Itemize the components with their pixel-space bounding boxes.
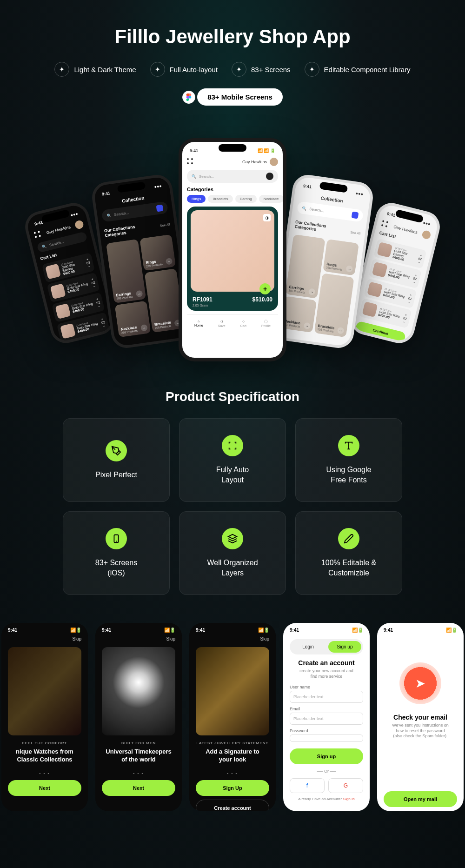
menu-icon[interactable] [33, 230, 42, 239]
qty-plus[interactable]: + [419, 253, 422, 257]
gallery-phone: 9:41📶🔋➤Check your emailWe've sent you in… [377, 623, 464, 811]
diamond-icon: ✦ [150, 62, 165, 77]
edit-icon [338, 528, 359, 549]
collection-card[interactable]: Rings266 Products→ [323, 239, 359, 276]
phones-stage: 9:41●●● Guy Hawkins 🔍 Search... Cart Lis… [0, 134, 465, 366]
kicker: FEEL THE COMFORT [1, 741, 88, 745]
qty-plus[interactable]: + [405, 313, 407, 316]
headline: nique Watches from Classic Collections [1, 745, 88, 767]
collection-card[interactable]: Rings266 Products→ [140, 234, 176, 271]
collection-card[interactable]: Earrings205 Products→ [106, 239, 146, 303]
spec-label: Using GoogleFree Fonts [326, 465, 372, 486]
spec-label: Pixel Perfect [95, 470, 137, 480]
avatar[interactable] [74, 220, 85, 230]
headline: Universal Timekeepers of the world [95, 745, 182, 767]
avatar[interactable] [270, 158, 278, 166]
tab-rings[interactable]: Rings [187, 195, 206, 203]
text-input[interactable]: Placeholder text [290, 713, 363, 725]
cart-thumb [377, 242, 392, 258]
svg-marker-3 [228, 534, 237, 538]
spec-card: Pixel Perfect [63, 418, 170, 502]
next-button[interactable]: Next [102, 780, 175, 796]
signup-button[interactable]: Sign up [290, 748, 363, 764]
nav-profile[interactable]: ◯Profile [261, 320, 271, 327]
qty-plus[interactable]: + [86, 257, 89, 261]
spec-label: Fully AutoLayout [216, 465, 249, 486]
qty-minus[interactable]: − [88, 265, 91, 268]
status-bar: 9:41📶🔋 [377, 623, 464, 634]
avatar[interactable] [421, 230, 432, 240]
qty-minus[interactable]: − [93, 284, 96, 288]
skip-button[interactable]: Skip [95, 634, 182, 643]
headline: Add a Signature to your look [189, 745, 276, 767]
qty-plus[interactable]: + [96, 297, 99, 300]
kicker: LATEST JUWELLERY STATEMENT [189, 741, 276, 745]
bookmark-icon: ◑ [220, 320, 223, 323]
qty-minus[interactable]: − [418, 260, 420, 264]
collection-card[interactable]: Necklace266 Products→ [115, 300, 151, 337]
qty-plus[interactable]: + [91, 277, 94, 281]
tab-necklace[interactable]: Necklace [259, 195, 284, 203]
screens-pill: 83+ Mobile Screens [197, 88, 283, 106]
type-icon [338, 435, 359, 456]
nav-cart[interactable]: ◇Cart [240, 320, 246, 327]
specs-title: Product Specification [0, 389, 465, 404]
bookmark-icon[interactable]: ◑ [263, 214, 271, 221]
nav-home[interactable]: ⌂Home [194, 320, 203, 327]
status-bar: 9:41📶🔋 [189, 623, 276, 634]
signup-button[interactable]: Sign Up [196, 780, 269, 796]
collection-card[interactable]: Bracelets205 Products→ [314, 273, 354, 337]
diamond-icon: ✦ [54, 62, 69, 77]
nav-save[interactable]: ◑Save [218, 320, 226, 327]
search-input[interactable]: 🔍 Search... [187, 170, 278, 183]
skip-button[interactable]: Skip [1, 634, 88, 643]
facebook-button[interactable]: f [290, 778, 325, 793]
tab-earring[interactable]: Earring [235, 195, 257, 203]
pager-dots: • • • [1, 771, 88, 775]
pen-icon [106, 440, 127, 461]
svg-point-0 [189, 96, 191, 98]
tab-signup[interactable]: Sign up [328, 641, 361, 653]
tab-login[interactable]: Login [292, 641, 325, 653]
next-button[interactable]: Next [8, 780, 81, 796]
qty-plus[interactable]: + [410, 293, 412, 297]
cart-thumb [60, 323, 76, 339]
product-card[interactable]: ◑ + RF1091 $510.00 2.05 Gram [187, 207, 278, 311]
spec-card: 100% Editable &Customizble [295, 511, 402, 595]
menu-icon[interactable] [381, 220, 390, 229]
text-input[interactable]: Placeholder text [290, 691, 363, 703]
qty-minus[interactable]: − [103, 324, 106, 328]
create-account-button[interactable]: Create account [196, 800, 269, 811]
gallery-phone: 9:41📶🔋SkipBUILT FOR MENUniversal Timekee… [95, 623, 182, 811]
signin-link[interactable]: Sign In [343, 797, 355, 801]
open-mail-button[interactable]: Open my mail [384, 791, 457, 807]
add-button[interactable]: + [259, 283, 271, 294]
frame-icon [222, 435, 243, 456]
qty-plus[interactable]: + [101, 317, 104, 320]
collection-card[interactable]: Earrings205 Products→ [285, 234, 325, 299]
tab-bracelets[interactable]: Bracelets [208, 195, 232, 203]
menu-icon[interactable] [187, 158, 194, 166]
cart-thumb [372, 262, 388, 278]
qty-minus[interactable]: − [408, 300, 411, 304]
qty-minus[interactable]: − [98, 304, 100, 308]
category-tabs: Rings Bracelets Earring Necklace [187, 195, 278, 203]
text-input[interactable] [290, 734, 363, 742]
qty-minus[interactable]: − [403, 320, 405, 324]
features-row: ✦Light & Dark Theme ✦Full Auto-layout ✦8… [0, 62, 465, 77]
google-button[interactable]: G [328, 778, 363, 793]
bag-icon: ◇ [242, 320, 245, 323]
product-weight: 2.05 Gram [191, 304, 274, 307]
cart-thumb [55, 303, 71, 319]
skip-button[interactable]: Skip [189, 634, 276, 643]
feature-chip: ✦Editable Component Library [305, 62, 411, 77]
status-bar: 9:41📶🔋 [283, 623, 370, 634]
spec-label: 100% Editable &Customizble [321, 558, 376, 579]
qty-minus[interactable]: − [413, 280, 416, 284]
home-icon: ⌂ [198, 320, 199, 323]
page-title: Filllo Jewellery Shop App [0, 26, 465, 48]
diamond-icon: ✦ [232, 62, 246, 77]
qty-plus[interactable]: + [415, 273, 418, 277]
check-title: Check your email [377, 714, 464, 721]
already-text: Already Have an Account? Sign In [283, 797, 370, 801]
